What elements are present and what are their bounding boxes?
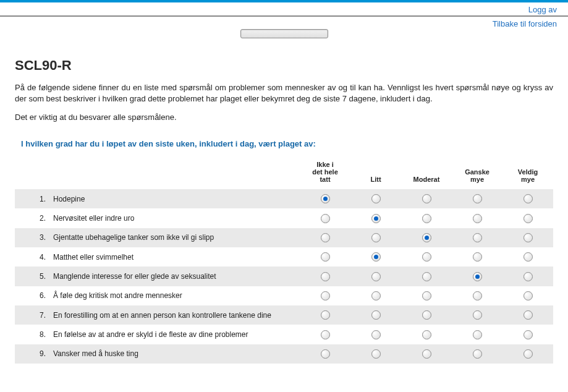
radio-option-3[interactable] (473, 310, 482, 320)
questionnaire-table: Ikke i det hele tatt Litt Moderat Ganske… (15, 158, 553, 364)
radio-option-3[interactable] (473, 194, 482, 203)
section-title: I hvilken grad har du i løpet av den sis… (21, 139, 553, 148)
option-cell (401, 286, 452, 305)
table-row: 3.Gjentatte ubehagelige tanker som ikke … (15, 228, 553, 247)
radio-option-1[interactable] (371, 214, 381, 223)
option-cell (350, 305, 401, 325)
option-cell (502, 344, 553, 364)
option-cell (401, 189, 452, 208)
radio-option-3[interactable] (473, 272, 482, 281)
radio-option-4[interactable] (523, 349, 533, 359)
question-number: 3. (15, 228, 49, 247)
radio-option-0[interactable] (321, 310, 330, 320)
radio-option-1[interactable] (371, 233, 381, 242)
radio-option-2[interactable] (422, 214, 431, 223)
radio-option-0[interactable] (321, 272, 330, 281)
second-bar: Tilbake til forsiden (0, 17, 568, 36)
radio-option-3[interactable] (473, 233, 482, 242)
option-cell (452, 325, 502, 344)
radio-option-0[interactable] (321, 233, 330, 242)
option-cell (401, 344, 452, 364)
option-cell (350, 247, 401, 266)
radio-option-3[interactable] (473, 349, 482, 359)
option-header-row: Ikke i det hele tatt Litt Moderat Ganske… (15, 158, 553, 189)
radio-option-1[interactable] (371, 291, 381, 300)
question-number: 1. (15, 189, 49, 208)
option-cell (452, 208, 502, 228)
main-content: SCL90-R På de følgende sidene finner du … (0, 36, 568, 364)
radio-option-2[interactable] (422, 330, 431, 339)
radio-option-1[interactable] (371, 194, 381, 203)
option-cell (300, 344, 350, 364)
radio-option-0[interactable] (321, 194, 330, 203)
option-cell (300, 286, 350, 305)
question-text: En forestilling om at en annen person ka… (49, 305, 300, 325)
radio-option-2[interactable] (422, 194, 431, 203)
radio-option-0[interactable] (321, 291, 330, 300)
progress-bar (240, 29, 328, 38)
table-row: 7.En forestilling om at en annen person … (15, 305, 553, 325)
question-number: 6. (15, 286, 49, 305)
radio-option-4[interactable] (523, 194, 533, 203)
option-cell (502, 325, 553, 344)
option-cell (350, 208, 401, 228)
question-text: Hodepine (49, 189, 300, 208)
radio-option-0[interactable] (321, 330, 330, 339)
option-cell (502, 247, 553, 266)
option-cell (452, 228, 502, 247)
option-cell (502, 189, 553, 208)
radio-option-4[interactable] (523, 214, 533, 223)
option-cell (300, 208, 350, 228)
radio-option-1[interactable] (371, 349, 381, 359)
option-cell (350, 344, 401, 364)
question-header (15, 158, 300, 189)
option-cell (452, 286, 502, 305)
page-title: SCL90-R (15, 58, 553, 74)
radio-option-2[interactable] (422, 310, 431, 320)
radio-option-1[interactable] (371, 272, 381, 281)
radio-option-4[interactable] (523, 233, 533, 242)
radio-option-2[interactable] (422, 291, 431, 300)
radio-option-3[interactable] (473, 214, 482, 223)
option-cell (401, 208, 452, 228)
option-cell (300, 228, 350, 247)
radio-option-3[interactable] (473, 330, 482, 339)
question-text: Nervøsitet eller indre uro (49, 208, 300, 228)
option-header-2: Moderat (401, 158, 452, 189)
radio-option-0[interactable] (321, 214, 330, 223)
option-cell (502, 266, 553, 286)
option-cell (350, 228, 401, 247)
option-cell (350, 266, 401, 286)
back-link[interactable]: Tilbake til forsiden (493, 19, 557, 28)
radio-option-3[interactable] (473, 291, 482, 300)
radio-option-2[interactable] (422, 349, 431, 359)
radio-option-2[interactable] (422, 233, 431, 242)
radio-option-2[interactable] (422, 252, 431, 262)
radio-option-3[interactable] (473, 252, 482, 262)
option-cell (401, 325, 452, 344)
table-row: 1.Hodepine (15, 189, 553, 208)
radio-option-4[interactable] (523, 252, 533, 262)
question-number: 9. (15, 344, 49, 364)
option-cell (350, 286, 401, 305)
option-cell (502, 286, 553, 305)
option-cell (452, 189, 502, 208)
radio-option-2[interactable] (422, 272, 431, 281)
question-text: Gjentatte ubehagelige tanker som ikke vi… (49, 228, 300, 247)
radio-option-0[interactable] (321, 349, 330, 359)
question-number: 4. (15, 247, 49, 266)
logoff-link[interactable]: Logg av (528, 5, 557, 14)
radio-option-4[interactable] (523, 291, 533, 300)
table-row: 5.Manglende interesse for eller glede av… (15, 266, 553, 286)
option-cell (300, 305, 350, 325)
radio-option-1[interactable] (371, 330, 381, 339)
radio-option-4[interactable] (523, 310, 533, 320)
radio-option-1[interactable] (371, 252, 381, 262)
option-cell (401, 228, 452, 247)
question-number: 5. (15, 266, 49, 286)
question-text: Å føle deg kritisk mot andre mennesker (49, 286, 300, 305)
radio-option-4[interactable] (523, 272, 533, 281)
radio-option-0[interactable] (321, 252, 330, 262)
radio-option-4[interactable] (523, 330, 533, 339)
radio-option-1[interactable] (371, 310, 381, 320)
